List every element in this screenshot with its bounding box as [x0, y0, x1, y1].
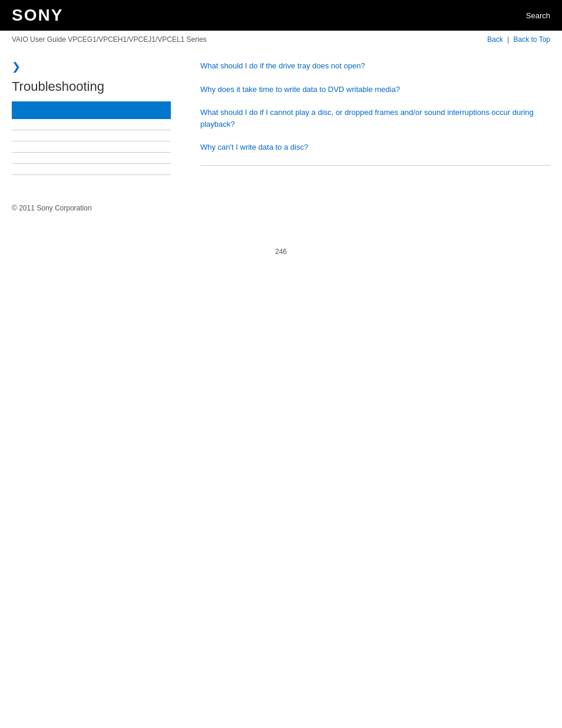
- search-button[interactable]: Search: [526, 11, 550, 20]
- sidebar: ❯ Troubleshooting: [12, 60, 183, 186]
- content-link-1[interactable]: What should I do if the drive tray does …: [200, 60, 550, 72]
- copyright-text: © 2011 Sony Corporation: [12, 204, 92, 212]
- sidebar-highlight-bar: [12, 101, 171, 119]
- content-area: What should I do if the drive tray does …: [194, 60, 550, 186]
- footer: © 2011 Sony Corporation: [0, 186, 562, 224]
- sidebar-divider-2: [12, 141, 171, 141]
- content-link-4[interactable]: Why can't I write data to a disc?: [200, 141, 550, 153]
- sidebar-divider-1: [12, 130, 171, 130]
- back-link[interactable]: Back: [487, 35, 503, 44]
- breadcrumb-bar: VAIO User Guide VPCEG1/VPCEH1/VPCEJ1/VPC…: [0, 31, 562, 48]
- content-link-3[interactable]: What should I do if I cannot play a disc…: [200, 107, 550, 130]
- back-to-top-link[interactable]: Back to Top: [514, 35, 550, 44]
- sidebar-arrow-icon: ❯: [12, 60, 183, 73]
- sidebar-title: Troubleshooting: [12, 79, 183, 94]
- header: SONY Search: [0, 0, 562, 31]
- main-content: ❯ Troubleshooting What should I do if th…: [0, 48, 562, 186]
- sony-logo: SONY: [12, 6, 63, 25]
- nav-separator: |: [507, 35, 509, 44]
- sidebar-divider-4: [12, 163, 171, 164]
- content-divider: [200, 165, 550, 166]
- sidebar-divider-3: [12, 152, 171, 153]
- content-link-2[interactable]: Why does it take time to write data to D…: [200, 84, 550, 95]
- nav-links: Back | Back to Top: [487, 35, 550, 44]
- breadcrumb-text: VAIO User Guide VPCEG1/VPCEH1/VPCEJ1/VPC…: [12, 35, 207, 44]
- page-number: 246: [0, 224, 562, 268]
- sidebar-divider-5: [12, 174, 171, 175]
